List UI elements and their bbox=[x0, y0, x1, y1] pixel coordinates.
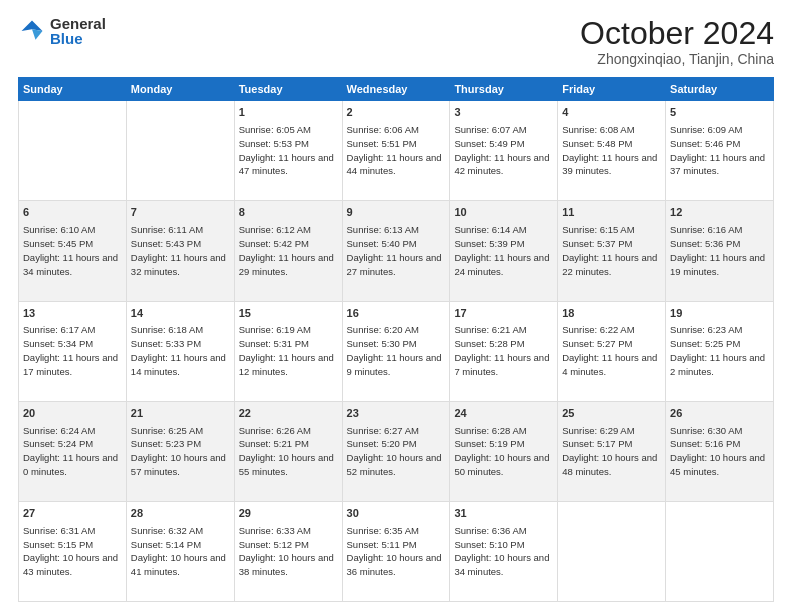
day-number: 5 bbox=[670, 105, 769, 121]
location: Zhongxinqiao, Tianjin, China bbox=[580, 51, 774, 67]
day-number: 27 bbox=[23, 506, 122, 522]
day-info: Daylight: 11 hours and 34 minutes. bbox=[23, 251, 122, 279]
day-number: 31 bbox=[454, 506, 553, 522]
week-row-3: 20Sunrise: 6:24 AMSunset: 5:24 PMDayligh… bbox=[19, 401, 774, 501]
day-info: Daylight: 11 hours and 9 minutes. bbox=[347, 351, 446, 379]
day-info: Daylight: 10 hours and 34 minutes. bbox=[454, 551, 553, 579]
day-info: Sunset: 5:31 PM bbox=[239, 337, 338, 351]
day-info: Sunset: 5:37 PM bbox=[562, 237, 661, 251]
day-number: 9 bbox=[347, 205, 446, 221]
calendar-cell: 29Sunrise: 6:33 AMSunset: 5:12 PMDayligh… bbox=[234, 501, 342, 601]
day-info: Sunset: 5:23 PM bbox=[131, 437, 230, 451]
day-info: Daylight: 10 hours and 38 minutes. bbox=[239, 551, 338, 579]
logo-text: General Blue bbox=[50, 16, 106, 46]
day-info: Sunrise: 6:33 AM bbox=[239, 524, 338, 538]
day-info: Sunrise: 6:08 AM bbox=[562, 123, 661, 137]
day-info: Sunrise: 6:19 AM bbox=[239, 323, 338, 337]
day-number: 10 bbox=[454, 205, 553, 221]
day-info: Sunrise: 6:07 AM bbox=[454, 123, 553, 137]
day-number: 15 bbox=[239, 306, 338, 322]
day-info: Sunset: 5:20 PM bbox=[347, 437, 446, 451]
weekday-header-wednesday: Wednesday bbox=[342, 78, 450, 101]
calendar-cell: 4Sunrise: 6:08 AMSunset: 5:48 PMDaylight… bbox=[558, 101, 666, 201]
day-info: Sunset: 5:45 PM bbox=[23, 237, 122, 251]
day-info: Sunrise: 6:28 AM bbox=[454, 424, 553, 438]
calendar-body: 1Sunrise: 6:05 AMSunset: 5:53 PMDaylight… bbox=[19, 101, 774, 602]
day-info: Daylight: 11 hours and 32 minutes. bbox=[131, 251, 230, 279]
week-row-4: 27Sunrise: 6:31 AMSunset: 5:15 PMDayligh… bbox=[19, 501, 774, 601]
calendar-cell: 11Sunrise: 6:15 AMSunset: 5:37 PMDayligh… bbox=[558, 201, 666, 301]
weekday-row: SundayMondayTuesdayWednesdayThursdayFrid… bbox=[19, 78, 774, 101]
day-info: Sunset: 5:51 PM bbox=[347, 137, 446, 151]
day-info: Daylight: 10 hours and 43 minutes. bbox=[23, 551, 122, 579]
day-number: 7 bbox=[131, 205, 230, 221]
calendar-cell: 24Sunrise: 6:28 AMSunset: 5:19 PMDayligh… bbox=[450, 401, 558, 501]
day-info: Sunrise: 6:13 AM bbox=[347, 223, 446, 237]
calendar-cell: 19Sunrise: 6:23 AMSunset: 5:25 PMDayligh… bbox=[666, 301, 774, 401]
calendar-cell: 14Sunrise: 6:18 AMSunset: 5:33 PMDayligh… bbox=[126, 301, 234, 401]
day-info: Daylight: 11 hours and 22 minutes. bbox=[562, 251, 661, 279]
calendar-cell: 26Sunrise: 6:30 AMSunset: 5:16 PMDayligh… bbox=[666, 401, 774, 501]
calendar-cell: 28Sunrise: 6:32 AMSunset: 5:14 PMDayligh… bbox=[126, 501, 234, 601]
week-row-1: 6Sunrise: 6:10 AMSunset: 5:45 PMDaylight… bbox=[19, 201, 774, 301]
day-info: Sunset: 5:48 PM bbox=[562, 137, 661, 151]
weekday-header-thursday: Thursday bbox=[450, 78, 558, 101]
day-info: Sunset: 5:17 PM bbox=[562, 437, 661, 451]
day-info: Daylight: 11 hours and 44 minutes. bbox=[347, 151, 446, 179]
day-info: Sunset: 5:42 PM bbox=[239, 237, 338, 251]
day-info: Sunrise: 6:06 AM bbox=[347, 123, 446, 137]
day-info: Sunset: 5:21 PM bbox=[239, 437, 338, 451]
day-info: Sunrise: 6:23 AM bbox=[670, 323, 769, 337]
calendar-header: SundayMondayTuesdayWednesdayThursdayFrid… bbox=[19, 78, 774, 101]
day-number: 12 bbox=[670, 205, 769, 221]
header: General Blue October 2024 Zhongxinqiao, … bbox=[18, 16, 774, 67]
calendar-cell: 9Sunrise: 6:13 AMSunset: 5:40 PMDaylight… bbox=[342, 201, 450, 301]
day-info: Sunrise: 6:09 AM bbox=[670, 123, 769, 137]
calendar-cell: 17Sunrise: 6:21 AMSunset: 5:28 PMDayligh… bbox=[450, 301, 558, 401]
weekday-header-saturday: Saturday bbox=[666, 78, 774, 101]
day-info: Sunset: 5:43 PM bbox=[131, 237, 230, 251]
calendar-cell: 18Sunrise: 6:22 AMSunset: 5:27 PMDayligh… bbox=[558, 301, 666, 401]
calendar-cell: 8Sunrise: 6:12 AMSunset: 5:42 PMDaylight… bbox=[234, 201, 342, 301]
day-info: Daylight: 11 hours and 24 minutes. bbox=[454, 251, 553, 279]
day-info: Daylight: 11 hours and 14 minutes. bbox=[131, 351, 230, 379]
weekday-header-tuesday: Tuesday bbox=[234, 78, 342, 101]
day-info: Daylight: 10 hours and 36 minutes. bbox=[347, 551, 446, 579]
calendar-cell: 1Sunrise: 6:05 AMSunset: 5:53 PMDaylight… bbox=[234, 101, 342, 201]
day-info: Sunset: 5:28 PM bbox=[454, 337, 553, 351]
calendar-cell: 12Sunrise: 6:16 AMSunset: 5:36 PMDayligh… bbox=[666, 201, 774, 301]
day-info: Sunset: 5:10 PM bbox=[454, 538, 553, 552]
day-info: Sunrise: 6:25 AM bbox=[131, 424, 230, 438]
title-block: October 2024 Zhongxinqiao, Tianjin, Chin… bbox=[580, 16, 774, 67]
day-number: 25 bbox=[562, 406, 661, 422]
day-info: Sunset: 5:30 PM bbox=[347, 337, 446, 351]
calendar-cell: 15Sunrise: 6:19 AMSunset: 5:31 PMDayligh… bbox=[234, 301, 342, 401]
day-number: 3 bbox=[454, 105, 553, 121]
day-info: Sunset: 5:27 PM bbox=[562, 337, 661, 351]
month-title: October 2024 bbox=[580, 16, 774, 51]
logo: General Blue bbox=[18, 16, 106, 46]
day-info: Sunrise: 6:21 AM bbox=[454, 323, 553, 337]
day-info: Daylight: 10 hours and 41 minutes. bbox=[131, 551, 230, 579]
calendar-cell bbox=[666, 501, 774, 601]
weekday-header-friday: Friday bbox=[558, 78, 666, 101]
calendar-cell: 16Sunrise: 6:20 AMSunset: 5:30 PMDayligh… bbox=[342, 301, 450, 401]
calendar-table: SundayMondayTuesdayWednesdayThursdayFrid… bbox=[18, 77, 774, 602]
day-info: Daylight: 11 hours and 47 minutes. bbox=[239, 151, 338, 179]
week-row-0: 1Sunrise: 6:05 AMSunset: 5:53 PMDaylight… bbox=[19, 101, 774, 201]
calendar-cell: 27Sunrise: 6:31 AMSunset: 5:15 PMDayligh… bbox=[19, 501, 127, 601]
day-info: Sunrise: 6:32 AM bbox=[131, 524, 230, 538]
calendar-cell bbox=[558, 501, 666, 601]
day-info: Daylight: 10 hours and 52 minutes. bbox=[347, 451, 446, 479]
day-info: Daylight: 11 hours and 0 minutes. bbox=[23, 451, 122, 479]
day-info: Sunrise: 6:27 AM bbox=[347, 424, 446, 438]
day-number: 29 bbox=[239, 506, 338, 522]
day-info: Sunset: 5:53 PM bbox=[239, 137, 338, 151]
day-number: 19 bbox=[670, 306, 769, 322]
day-info: Sunset: 5:12 PM bbox=[239, 538, 338, 552]
day-info: Sunset: 5:49 PM bbox=[454, 137, 553, 151]
calendar-cell: 20Sunrise: 6:24 AMSunset: 5:24 PMDayligh… bbox=[19, 401, 127, 501]
day-info: Daylight: 10 hours and 48 minutes. bbox=[562, 451, 661, 479]
day-info: Sunrise: 6:14 AM bbox=[454, 223, 553, 237]
day-number: 18 bbox=[562, 306, 661, 322]
